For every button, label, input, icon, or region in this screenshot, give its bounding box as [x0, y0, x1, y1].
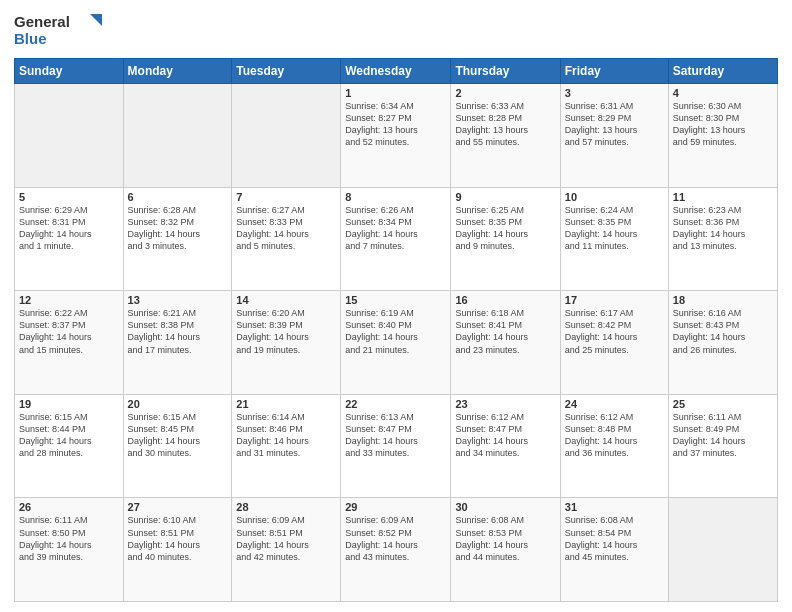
day-info: Sunrise: 6:11 AM Sunset: 8:49 PM Dayligh… — [673, 411, 773, 460]
day-info: Sunrise: 6:19 AM Sunset: 8:40 PM Dayligh… — [345, 307, 446, 356]
calendar-cell: 23Sunrise: 6:12 AM Sunset: 8:47 PM Dayli… — [451, 394, 560, 498]
calendar-cell: 27Sunrise: 6:10 AM Sunset: 8:51 PM Dayli… — [123, 498, 232, 602]
day-number: 29 — [345, 501, 446, 513]
day-info: Sunrise: 6:22 AM Sunset: 8:37 PM Dayligh… — [19, 307, 119, 356]
calendar-cell: 9Sunrise: 6:25 AM Sunset: 8:35 PM Daylig… — [451, 187, 560, 291]
day-number: 12 — [19, 294, 119, 306]
day-number: 10 — [565, 191, 664, 203]
weekday-thursday: Thursday — [451, 59, 560, 84]
day-info: Sunrise: 6:09 AM Sunset: 8:51 PM Dayligh… — [236, 514, 336, 563]
day-number: 15 — [345, 294, 446, 306]
day-info: Sunrise: 6:29 AM Sunset: 8:31 PM Dayligh… — [19, 204, 119, 253]
week-row-2: 12Sunrise: 6:22 AM Sunset: 8:37 PM Dayli… — [15, 291, 778, 395]
day-info: Sunrise: 6:16 AM Sunset: 8:43 PM Dayligh… — [673, 307, 773, 356]
day-number: 4 — [673, 87, 773, 99]
day-number: 25 — [673, 398, 773, 410]
calendar-cell: 6Sunrise: 6:28 AM Sunset: 8:32 PM Daylig… — [123, 187, 232, 291]
day-info: Sunrise: 6:08 AM Sunset: 8:54 PM Dayligh… — [565, 514, 664, 563]
day-info: Sunrise: 6:33 AM Sunset: 8:28 PM Dayligh… — [455, 100, 555, 149]
week-row-3: 19Sunrise: 6:15 AM Sunset: 8:44 PM Dayli… — [15, 394, 778, 498]
day-number: 19 — [19, 398, 119, 410]
weekday-wednesday: Wednesday — [341, 59, 451, 84]
weekday-monday: Monday — [123, 59, 232, 84]
week-row-1: 5Sunrise: 6:29 AM Sunset: 8:31 PM Daylig… — [15, 187, 778, 291]
calendar-cell: 26Sunrise: 6:11 AM Sunset: 8:50 PM Dayli… — [15, 498, 124, 602]
day-info: Sunrise: 6:13 AM Sunset: 8:47 PM Dayligh… — [345, 411, 446, 460]
day-number: 31 — [565, 501, 664, 513]
day-number: 3 — [565, 87, 664, 99]
day-number: 9 — [455, 191, 555, 203]
day-number: 13 — [128, 294, 228, 306]
calendar-cell: 14Sunrise: 6:20 AM Sunset: 8:39 PM Dayli… — [232, 291, 341, 395]
day-info: Sunrise: 6:11 AM Sunset: 8:50 PM Dayligh… — [19, 514, 119, 563]
calendar-cell: 3Sunrise: 6:31 AM Sunset: 8:29 PM Daylig… — [560, 84, 668, 188]
day-number: 5 — [19, 191, 119, 203]
day-number: 16 — [455, 294, 555, 306]
day-info: Sunrise: 6:20 AM Sunset: 8:39 PM Dayligh… — [236, 307, 336, 356]
calendar-cell: 4Sunrise: 6:30 AM Sunset: 8:30 PM Daylig… — [668, 84, 777, 188]
calendar-cell: 20Sunrise: 6:15 AM Sunset: 8:45 PM Dayli… — [123, 394, 232, 498]
day-number: 26 — [19, 501, 119, 513]
calendar-cell — [232, 84, 341, 188]
calendar-cell: 18Sunrise: 6:16 AM Sunset: 8:43 PM Dayli… — [668, 291, 777, 395]
day-info: Sunrise: 6:24 AM Sunset: 8:35 PM Dayligh… — [565, 204, 664, 253]
calendar-table: SundayMondayTuesdayWednesdayThursdayFrid… — [14, 58, 778, 602]
calendar-cell: 30Sunrise: 6:08 AM Sunset: 8:53 PM Dayli… — [451, 498, 560, 602]
day-number: 14 — [236, 294, 336, 306]
calendar-cell: 11Sunrise: 6:23 AM Sunset: 8:36 PM Dayli… — [668, 187, 777, 291]
calendar-cell: 8Sunrise: 6:26 AM Sunset: 8:34 PM Daylig… — [341, 187, 451, 291]
calendar-cell: 1Sunrise: 6:34 AM Sunset: 8:27 PM Daylig… — [341, 84, 451, 188]
calendar-cell: 2Sunrise: 6:33 AM Sunset: 8:28 PM Daylig… — [451, 84, 560, 188]
day-info: Sunrise: 6:28 AM Sunset: 8:32 PM Dayligh… — [128, 204, 228, 253]
calendar-cell: 25Sunrise: 6:11 AM Sunset: 8:49 PM Dayli… — [668, 394, 777, 498]
day-number: 8 — [345, 191, 446, 203]
calendar-cell: 29Sunrise: 6:09 AM Sunset: 8:52 PM Dayli… — [341, 498, 451, 602]
weekday-friday: Friday — [560, 59, 668, 84]
header: General Blue — [14, 10, 778, 50]
day-info: Sunrise: 6:12 AM Sunset: 8:47 PM Dayligh… — [455, 411, 555, 460]
day-info: Sunrise: 6:23 AM Sunset: 8:36 PM Dayligh… — [673, 204, 773, 253]
calendar-cell: 12Sunrise: 6:22 AM Sunset: 8:37 PM Dayli… — [15, 291, 124, 395]
weekday-saturday: Saturday — [668, 59, 777, 84]
day-info: Sunrise: 6:26 AM Sunset: 8:34 PM Dayligh… — [345, 204, 446, 253]
day-number: 1 — [345, 87, 446, 99]
day-info: Sunrise: 6:14 AM Sunset: 8:46 PM Dayligh… — [236, 411, 336, 460]
day-number: 23 — [455, 398, 555, 410]
logo-icon: General Blue — [14, 10, 104, 50]
logo: General Blue — [14, 10, 104, 50]
calendar-cell: 16Sunrise: 6:18 AM Sunset: 8:41 PM Dayli… — [451, 291, 560, 395]
day-info: Sunrise: 6:31 AM Sunset: 8:29 PM Dayligh… — [565, 100, 664, 149]
day-info: Sunrise: 6:18 AM Sunset: 8:41 PM Dayligh… — [455, 307, 555, 356]
day-info: Sunrise: 6:15 AM Sunset: 8:44 PM Dayligh… — [19, 411, 119, 460]
page: General Blue SundayMondayTuesdayWednesda… — [0, 0, 792, 612]
day-info: Sunrise: 6:21 AM Sunset: 8:38 PM Dayligh… — [128, 307, 228, 356]
day-number: 22 — [345, 398, 446, 410]
svg-text:Blue: Blue — [14, 30, 47, 47]
day-number: 24 — [565, 398, 664, 410]
day-number: 11 — [673, 191, 773, 203]
week-row-4: 26Sunrise: 6:11 AM Sunset: 8:50 PM Dayli… — [15, 498, 778, 602]
calendar-cell — [668, 498, 777, 602]
week-row-0: 1Sunrise: 6:34 AM Sunset: 8:27 PM Daylig… — [15, 84, 778, 188]
calendar-cell: 10Sunrise: 6:24 AM Sunset: 8:35 PM Dayli… — [560, 187, 668, 291]
day-info: Sunrise: 6:17 AM Sunset: 8:42 PM Dayligh… — [565, 307, 664, 356]
calendar-cell — [123, 84, 232, 188]
calendar-cell: 22Sunrise: 6:13 AM Sunset: 8:47 PM Dayli… — [341, 394, 451, 498]
weekday-tuesday: Tuesday — [232, 59, 341, 84]
day-info: Sunrise: 6:27 AM Sunset: 8:33 PM Dayligh… — [236, 204, 336, 253]
calendar-cell: 24Sunrise: 6:12 AM Sunset: 8:48 PM Dayli… — [560, 394, 668, 498]
day-info: Sunrise: 6:10 AM Sunset: 8:51 PM Dayligh… — [128, 514, 228, 563]
day-number: 20 — [128, 398, 228, 410]
calendar-cell: 21Sunrise: 6:14 AM Sunset: 8:46 PM Dayli… — [232, 394, 341, 498]
calendar-cell: 13Sunrise: 6:21 AM Sunset: 8:38 PM Dayli… — [123, 291, 232, 395]
weekday-header-row: SundayMondayTuesdayWednesdayThursdayFrid… — [15, 59, 778, 84]
day-number: 2 — [455, 87, 555, 99]
day-info: Sunrise: 6:09 AM Sunset: 8:52 PM Dayligh… — [345, 514, 446, 563]
day-info: Sunrise: 6:12 AM Sunset: 8:48 PM Dayligh… — [565, 411, 664, 460]
day-number: 17 — [565, 294, 664, 306]
calendar-cell: 31Sunrise: 6:08 AM Sunset: 8:54 PM Dayli… — [560, 498, 668, 602]
day-number: 27 — [128, 501, 228, 513]
day-info: Sunrise: 6:34 AM Sunset: 8:27 PM Dayligh… — [345, 100, 446, 149]
day-info: Sunrise: 6:15 AM Sunset: 8:45 PM Dayligh… — [128, 411, 228, 460]
calendar-cell: 17Sunrise: 6:17 AM Sunset: 8:42 PM Dayli… — [560, 291, 668, 395]
